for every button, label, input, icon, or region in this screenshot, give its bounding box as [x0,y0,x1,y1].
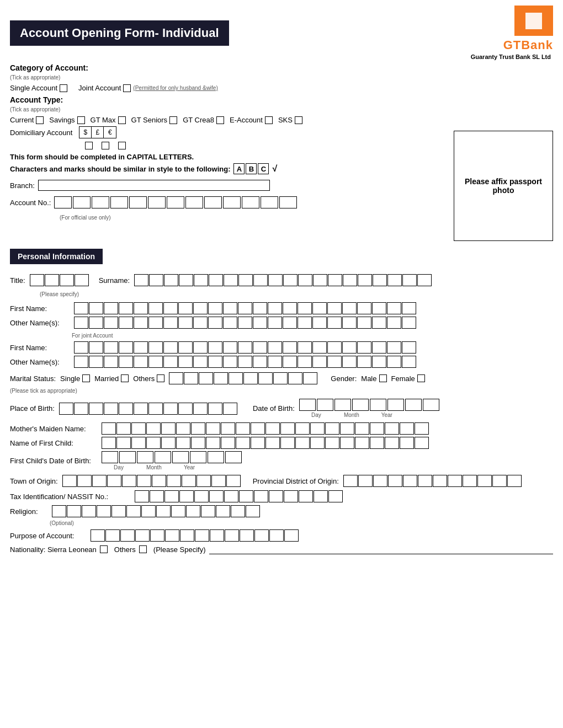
fc-9[interactable] [221,437,235,449]
fcd-month-2[interactable] [155,451,171,463]
sn-3[interactable] [164,274,178,286]
savings-checkbox[interactable] [77,116,85,124]
rel-6[interactable] [126,505,141,517]
acct-box-7[interactable] [167,196,184,208]
on-14[interactable] [268,317,282,329]
on-18[interactable] [327,317,342,329]
dob-month-1[interactable] [334,399,351,411]
on-16[interactable] [298,317,312,329]
eaccount-checkbox[interactable] [265,116,273,124]
pd-11[interactable] [492,475,507,487]
tx-6[interactable] [209,490,224,502]
tx-14[interactable] [328,490,343,502]
on2-7[interactable] [163,356,178,368]
male-checkbox[interactable] [379,374,387,382]
rel-12[interactable] [216,505,230,517]
sn-10[interactable] [268,274,283,286]
pd-4[interactable] [388,475,402,487]
on2-1[interactable] [74,356,88,368]
fcd-year-2[interactable] [190,451,206,463]
to-4[interactable] [107,475,121,487]
fn-14[interactable] [268,302,282,314]
fn-22[interactable] [387,302,401,314]
pur-3[interactable] [120,529,135,542]
fn2-20[interactable] [357,341,371,354]
to-7[interactable] [152,475,166,487]
sn-11[interactable] [283,274,298,286]
rel-4[interactable] [97,505,111,517]
mn-15[interactable] [310,422,325,435]
fn2-4[interactable] [119,341,133,354]
fn2-2[interactable] [89,341,103,354]
acct-box-9[interactable] [204,196,222,208]
female-checkbox[interactable] [417,374,425,382]
rel-9[interactable] [171,505,185,517]
on2-3[interactable] [104,356,118,368]
fn2-19[interactable] [342,341,357,354]
mn-18[interactable] [355,422,369,435]
sn-8[interactable] [238,274,253,286]
on2-6[interactable] [148,356,163,368]
on-23[interactable] [402,317,416,329]
on-8[interactable] [178,317,193,329]
fc-2[interactable] [116,437,131,449]
pur-2[interactable] [105,529,120,542]
fn-11[interactable] [223,302,237,314]
fn2-16[interactable] [298,341,312,354]
nationality-sl-checkbox[interactable] [100,545,108,553]
tx-2[interactable] [150,490,164,502]
rel-7[interactable] [141,505,156,517]
on2-21[interactable] [372,356,386,368]
fn-1[interactable] [74,302,88,314]
pob-3[interactable] [89,403,103,415]
dob-year-2[interactable] [387,399,404,411]
on2-18[interactable] [327,356,342,368]
to-2[interactable] [77,475,92,487]
sn-14[interactable] [328,274,342,286]
on2-13[interactable] [253,356,267,368]
mn-9[interactable] [221,422,235,435]
on-5[interactable] [134,317,148,329]
pur-10[interactable] [225,529,239,542]
oth-2[interactable] [184,372,198,384]
fc-11[interactable] [251,437,265,449]
on-11[interactable] [223,317,237,329]
current-checkbox[interactable] [36,116,44,124]
on2-19[interactable] [342,356,357,368]
on2-11[interactable] [223,356,237,368]
on-10[interactable] [208,317,222,329]
fc-14[interactable] [295,437,310,449]
branch-input[interactable] [38,180,270,191]
dob-year-1[interactable] [370,399,386,411]
tx-5[interactable] [194,490,209,502]
acct-box-4[interactable] [110,196,128,208]
mn-7[interactable] [191,422,205,435]
pob-2[interactable] [74,403,88,415]
pd-9[interactable] [463,475,477,487]
pob-4[interactable] [104,403,118,415]
to-9[interactable] [182,475,196,487]
on-20[interactable] [357,317,371,329]
fn-3[interactable] [104,302,118,314]
on-1[interactable] [74,317,88,329]
fn2-10[interactable] [208,341,222,354]
rel-13[interactable] [231,505,245,517]
on2-16[interactable] [298,356,312,368]
acct-box-1[interactable] [54,196,72,208]
pob-9[interactable] [178,403,193,415]
pur-4[interactable] [135,529,150,542]
oth-9[interactable] [288,372,302,384]
sn-18[interactable] [387,274,402,286]
fn-5[interactable] [134,302,148,314]
fn-4[interactable] [119,302,133,314]
pd-5[interactable] [403,475,417,487]
pob-10[interactable] [193,403,208,415]
sn-2[interactable] [149,274,163,286]
tx-1[interactable] [135,490,149,502]
pob-12[interactable] [223,403,237,415]
oth-5[interactable] [229,372,243,384]
pur-8[interactable] [195,529,209,542]
acct-box-2[interactable] [73,196,91,208]
on-12[interactable] [238,317,252,329]
fc-12[interactable] [265,437,280,449]
